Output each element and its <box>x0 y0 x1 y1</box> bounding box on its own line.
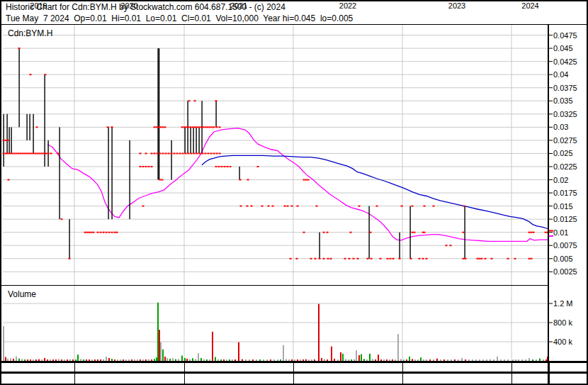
hilo-price-bar <box>190 127 191 153</box>
close-mark <box>93 232 95 233</box>
close-mark <box>202 152 204 154</box>
close-mark <box>284 206 286 207</box>
close-mark <box>16 152 18 154</box>
close-mark <box>91 232 93 233</box>
close-mark <box>151 152 153 154</box>
close-mark <box>162 179 164 181</box>
close-mark <box>330 258 332 260</box>
close-mark <box>7 152 9 154</box>
close-mark <box>5 140 7 141</box>
close-mark <box>367 258 369 260</box>
close-mark <box>291 206 293 207</box>
close-mark <box>268 206 270 207</box>
close-mark <box>97 232 99 233</box>
close-mark <box>11 152 13 154</box>
close-mark <box>26 152 28 154</box>
close-mark <box>533 232 535 233</box>
close-mark <box>399 258 401 260</box>
close-mark <box>196 126 198 128</box>
close-mark <box>353 258 355 260</box>
price-axis-label: 0.01 <box>553 228 568 237</box>
close-mark <box>140 152 142 154</box>
close-mark <box>213 126 215 128</box>
close-mark <box>227 166 229 167</box>
price-axis-label: 0.0125 <box>553 215 577 223</box>
close-mark <box>297 206 299 207</box>
xaxis-divider-line <box>1 372 588 374</box>
close-mark <box>290 258 292 260</box>
close-mark <box>257 166 259 167</box>
symbol-label: Cdn:BYM.H <box>8 28 52 38</box>
close-mark <box>24 152 26 154</box>
close-mark <box>203 126 205 128</box>
close-mark <box>215 166 217 167</box>
xaxis-cell-separator <box>184 374 185 385</box>
volume-bar <box>378 355 379 361</box>
close-mark <box>111 126 113 128</box>
close-mark <box>528 232 531 233</box>
close-mark <box>327 232 329 233</box>
xaxis-cell-separator <box>549 374 550 385</box>
close-mark <box>39 152 41 154</box>
close-mark <box>28 152 30 154</box>
close-mark <box>545 232 547 233</box>
close-mark <box>463 258 465 260</box>
short-moving-average-line <box>47 128 548 241</box>
price-axis-label: 0.035 <box>553 96 573 105</box>
close-mark <box>194 126 196 128</box>
close-mark <box>310 258 312 260</box>
close-mark <box>210 152 213 154</box>
volume-bar <box>157 303 159 361</box>
close-mark <box>8 179 10 181</box>
close-mark <box>485 258 487 260</box>
close-mark <box>18 152 20 154</box>
close-mark <box>230 166 232 167</box>
close-mark <box>154 152 156 154</box>
close-mark <box>9 152 11 154</box>
close-mark <box>207 126 209 128</box>
volume-bottom-line <box>1 361 588 363</box>
close-mark <box>13 152 16 154</box>
volume-bar <box>318 304 320 361</box>
close-mark <box>174 152 176 154</box>
hilo-price-bar <box>193 127 193 153</box>
volume-bar <box>198 353 199 361</box>
close-mark <box>199 152 201 154</box>
price-axis-label: 0.03 <box>553 123 568 131</box>
xaxis-cell-separator <box>184 362 185 372</box>
close-mark <box>323 232 325 233</box>
volume-bar <box>397 334 399 361</box>
close-mark <box>514 258 516 260</box>
close-mark <box>100 232 102 233</box>
close-mark <box>142 206 145 207</box>
year-axis-label: 2020 <box>120 1 137 11</box>
volume-bar <box>77 355 79 361</box>
close-mark <box>370 232 372 233</box>
volume-bar <box>342 354 344 361</box>
close-mark <box>57 152 60 154</box>
close-mark <box>168 152 170 154</box>
year-axis-label: 2024 <box>521 1 538 11</box>
close-mark <box>296 258 298 260</box>
price-axis-label: 0.0375 <box>553 84 577 92</box>
close-mark <box>190 126 192 128</box>
close-mark <box>45 152 47 154</box>
xaxis-cell-separator <box>549 362 550 372</box>
close-mark <box>239 179 242 181</box>
close-mark <box>247 179 249 181</box>
price-axis-label: 0.0425 <box>553 57 577 66</box>
close-mark <box>221 166 223 167</box>
close-mark <box>316 206 318 207</box>
hilo-price-bar <box>196 127 196 153</box>
hilo-price-bar <box>33 114 33 154</box>
close-mark <box>433 206 435 207</box>
hilo-price-bar <box>111 127 112 219</box>
close-mark <box>424 232 426 233</box>
close-mark <box>531 258 533 260</box>
hilo-price-bar <box>409 206 410 259</box>
hilo-price-bar <box>319 233 320 259</box>
close-mark <box>465 258 467 260</box>
price-axis-label: 0.0275 <box>553 136 577 145</box>
volume-bar <box>356 350 357 361</box>
close-mark <box>414 232 416 233</box>
